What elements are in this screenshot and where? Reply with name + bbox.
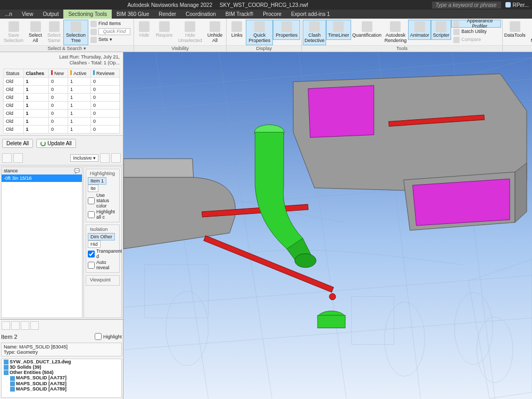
tool-1[interactable] (2, 153, 12, 163)
properties-icon (281, 21, 292, 32)
svg-rect-15 (352, 297, 394, 345)
select-same[interactable]: SelectSame (45, 20, 63, 45)
clash-row[interactable]: Old1010 (4, 78, 120, 86)
clash-header-clashes[interactable]: Clashes (23, 69, 48, 78)
tree-tool-2[interactable] (11, 321, 20, 330)
unhide-all-icon (210, 21, 220, 32)
menu-export-add-ins-1[interactable]: Export add-ins 1 (286, 10, 335, 19)
auto-reveal-checkbox[interactable] (88, 262, 95, 269)
menu-view[interactable]: View (17, 10, 38, 19)
autodesk-rendering[interactable]: AutodeskRendering (383, 20, 409, 45)
selection-tree[interactable]: SYW_ADS_DUCT_L23.dwg3D Solids (39)Other … (1, 359, 122, 398)
menu-bim-360-glue[interactable]: BIM 360 Glue (112, 10, 154, 19)
select-all[interactable]: SelectAll (26, 20, 45, 45)
dim-other-tab[interactable]: Dim Other (88, 233, 115, 240)
user-label[interactable]: RPer... (512, 2, 529, 8)
compare[interactable]: Compare (451, 36, 501, 44)
clash-header-new[interactable]: New (49, 69, 68, 78)
tree-node[interactable]: SYW_ADS_DUCT_L23.dwg (2, 359, 121, 364)
update-all-button[interactable]: Update All (36, 139, 76, 148)
menu-coordination[interactable]: Coordination (181, 10, 221, 19)
svg-rect-16 (145, 265, 209, 318)
clash-row[interactable]: Old1010 (4, 118, 120, 126)
tree-tool-3[interactable] (21, 321, 29, 330)
properties[interactable]: Properties (273, 20, 300, 40)
file-name: SKY_WST_COORD_HRCG_L23.nwf (220, 2, 308, 8)
tool-3[interactable] (100, 153, 110, 163)
clash-row[interactable]: Old1010 (4, 102, 120, 110)
duct-right (293, 74, 527, 230)
timeliner[interactable]: TimeLiner (326, 20, 351, 40)
tree-node[interactable]: MAPS_SOLID [AA737] (2, 375, 121, 380)
distance-panel: stance💬 -0ft 3in 15/16 (1, 167, 82, 318)
clash-row[interactable]: Old1010 (4, 126, 120, 134)
tool-2[interactable] (13, 153, 23, 163)
sets[interactable]: Sets ▾ (88, 36, 132, 44)
scripter[interactable]: Scripter (431, 20, 451, 40)
menu-output[interactable]: Output (38, 10, 63, 19)
datatools[interactable]: DataTools (504, 20, 526, 40)
duct-left (123, 159, 235, 249)
clash-detective[interactable]: ClashDetective (303, 20, 326, 45)
distance-value[interactable]: -0ft 3in 15/16 (2, 174, 82, 182)
quick-properties[interactable]: QuickProperties (246, 20, 273, 45)
clash-row[interactable]: Old1010 (4, 86, 120, 94)
transparent-checkbox[interactable] (88, 251, 95, 257)
keyword-search[interactable]: Type a keyword or phrase (432, 2, 501, 9)
menu-bim-track-[interactable]: BIM Track® (221, 10, 258, 19)
use-status-color-checkbox[interactable] (88, 197, 95, 204)
clash-header-active[interactable]: Active (68, 69, 90, 78)
links[interactable]: Links (228, 20, 246, 40)
app-manager[interactable]: App Manager (526, 20, 532, 45)
menu-procore[interactable]: Procore (258, 10, 286, 19)
scripter-icon (436, 21, 446, 32)
clash-row[interactable]: Old1010 (4, 94, 120, 102)
highlight-checkbox[interactable] (95, 333, 102, 340)
item1-tab[interactable]: Item 1 (88, 177, 106, 185)
quick-find-input[interactable]: Quick Find (98, 28, 130, 36)
save-selection-icon (9, 21, 19, 32)
clash-header-reviewe[interactable]: Reviewe (91, 69, 120, 78)
svg-rect-29 (318, 315, 345, 328)
batch-utility[interactable]: Batch Utility (451, 28, 501, 36)
menu-render[interactable]: Render (154, 10, 181, 19)
require[interactable]: Require (153, 20, 176, 40)
highlight-all-checkbox[interactable] (88, 211, 95, 218)
tree-tool-1[interactable] (2, 321, 10, 330)
tree-node[interactable]: MAPS_SOLID [AA789] (2, 386, 121, 392)
model-canvas[interactable] (123, 52, 532, 399)
quantification[interactable]: Quantification (351, 20, 383, 40)
select-same-icon (49, 21, 60, 32)
group-icon (4, 365, 9, 370)
find-items[interactable]: Find Items (88, 20, 132, 28)
unhide-all[interactable]: UnhideAll (205, 20, 226, 45)
selection-tree[interactable]: SelectionTree (63, 20, 88, 45)
quick-properties-icon (254, 21, 265, 32)
menu-sectioning-tools[interactable]: Sectioning Tools (63, 10, 112, 19)
hide-tab[interactable]: Hid (88, 240, 101, 248)
menu--n[interactable]: ...n (0, 10, 17, 19)
tree-node[interactable]: MAPS_SOLID [AA782] (2, 381, 121, 386)
3d-viewport[interactable] (123, 52, 532, 399)
app-name: Autodesk Navisworks Manage 2022 (127, 2, 212, 8)
delete-all-button[interactable]: Delete All (2, 139, 33, 148)
save-selection[interactable]: SaveSelection (1, 20, 26, 45)
quick-find[interactable]: Quick Find (88, 28, 132, 36)
item2-tab[interactable]: Ite (88, 185, 98, 192)
tree-tool-4[interactable] (30, 321, 39, 330)
tree-node[interactable]: Other Entities (504) (2, 370, 121, 375)
inclusive-dropdown[interactable]: Inclusive ▾ (70, 154, 98, 162)
tool-4[interactable] (111, 153, 121, 163)
appearance-profiler[interactable]: Appearance Profiler (451, 20, 501, 28)
clash-row[interactable]: Old1010 (4, 110, 120, 118)
group-icon (4, 370, 9, 375)
tree-node[interactable]: 3D Solids (39) (2, 364, 121, 370)
hide[interactable]: Hide (135, 20, 153, 40)
item2-label: Item 2 (1, 334, 18, 340)
clash-header-status[interactable]: Status (4, 69, 24, 78)
svg-marker-18 (308, 86, 374, 138)
animator[interactable]: Animator (408, 20, 431, 40)
hide-unselected[interactable]: HideUnselected (176, 20, 205, 45)
refresh-icon (40, 141, 46, 146)
svg-point-12 (385, 302, 425, 377)
